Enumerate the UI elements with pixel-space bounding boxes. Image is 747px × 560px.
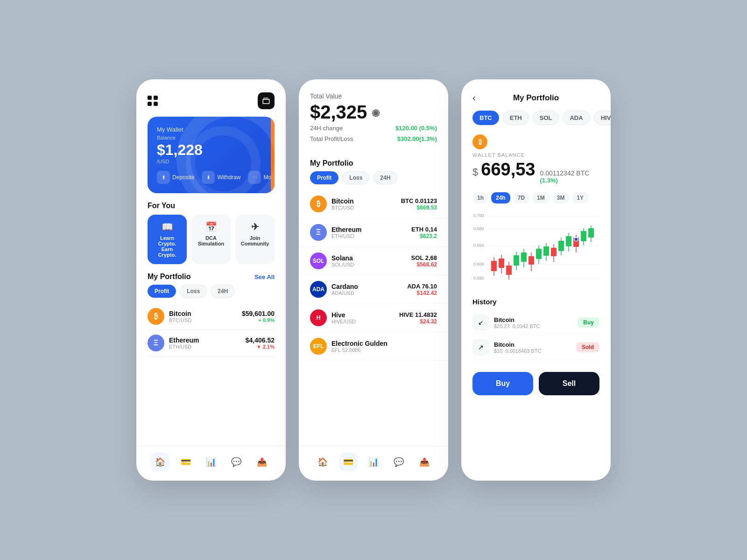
- svg-rect-13: [499, 259, 504, 268]
- wallet-amount: $1,228: [157, 141, 265, 159]
- crypto-pair: ETH/USD: [169, 344, 199, 350]
- history-section: History ↙ Bitcoin $20.27 0,0342 BTC Buy …: [461, 292, 611, 365]
- crypto-name: Bitcoin: [169, 310, 191, 317]
- svg-text:0.600: 0.600: [473, 262, 484, 266]
- table-row[interactable]: ₿ BitcoinBTC/USD BTC 0.01123 $669.53: [299, 190, 448, 218]
- sell-button[interactable]: Sell: [539, 372, 599, 395]
- crypto-list-s1: ₿ Bitcoin BTC/USD $59,601.00 + 0.9% Ξ Et…: [136, 303, 286, 446]
- tab-eth[interactable]: ETH: [503, 111, 529, 125]
- svg-rect-11: [491, 261, 497, 271]
- svg-rect-29: [558, 241, 564, 251]
- filter-profit-s2[interactable]: Profit: [310, 171, 338, 184]
- screen3-header: ‹ My Portfolio: [461, 79, 611, 111]
- filter-24h[interactable]: 24H: [211, 285, 235, 298]
- crypto-name: Ethereum: [169, 336, 199, 344]
- table-row[interactable]: SOL SolanaSOL/USD SOL 2,68 $568.62: [299, 247, 448, 275]
- history-btc-amount-2: $10 0.0018463 BTC: [494, 348, 542, 354]
- svg-rect-35: [581, 231, 586, 241]
- time-3m[interactable]: 3M: [552, 192, 570, 203]
- nav-share[interactable]: 📤: [253, 453, 271, 471]
- efl-logo: EFL: [310, 338, 327, 355]
- filter-loss-s2[interactable]: Loss: [342, 171, 369, 184]
- screen-1: My Wallet Balance $1,228 /USD ⬆ Deposite…: [136, 79, 286, 481]
- history-item-buy[interactable]: ↙ Bitcoin $20.27 0,0342 BTC Buy: [472, 310, 599, 335]
- nav-chart-s2[interactable]: 📊: [364, 453, 383, 471]
- time-24h[interactable]: 24h: [491, 192, 510, 203]
- pct-change: (1.3%): [540, 177, 589, 184]
- token-filter-tabs: BTC ETH SOL ADA HIVE E: [461, 111, 611, 131]
- svg-rect-27: [551, 248, 557, 256]
- svg-rect-37: [588, 228, 594, 238]
- svg-rect-31: [566, 236, 571, 246]
- time-1h[interactable]: 1h: [472, 192, 488, 203]
- for-you-title: For You: [136, 193, 286, 215]
- learn-crypto-card[interactable]: 📖 Learn Crypto. Earn Crypto.: [148, 215, 187, 264]
- for-you-cards: 📖 Learn Crypto. Earn Crypto. 📅 DCA Simul…: [136, 215, 286, 264]
- wallet-nav-button[interactable]: [258, 92, 275, 109]
- see-all-button[interactable]: See All: [254, 273, 275, 280]
- table-row[interactable]: ADA CardanoADA/USD ADA 76.10 $142.42: [299, 275, 448, 304]
- portfolio-header: My Portfolio See All: [136, 264, 286, 285]
- nav-wallet[interactable]: 💳: [176, 453, 195, 471]
- crypto-pair: BTC/USD: [169, 317, 191, 323]
- candlestick-chart: 0.700 0.680 0.650 0.600 0.580: [472, 208, 599, 292]
- tab-ada[interactable]: ADA: [563, 111, 590, 125]
- eye-icon[interactable]: ◉: [372, 107, 380, 118]
- sell-arrow-icon: ↗: [472, 339, 489, 356]
- wallet-balance-label: WALLET BALANCE: [472, 152, 599, 158]
- time-1y[interactable]: 1Y: [572, 192, 588, 203]
- wallet-card: My Wallet Balance $1,228 /USD ⬆ Deposite…: [148, 117, 275, 193]
- dca-simulation-card[interactable]: 📅 DCA Simulation: [191, 215, 231, 264]
- withdraw-button[interactable]: ⬇ Withdraw: [202, 171, 240, 184]
- tab-hive[interactable]: HIVE: [594, 111, 611, 125]
- filter-24h-s2[interactable]: 24H: [373, 171, 397, 184]
- nav-chart[interactable]: 📊: [202, 453, 220, 471]
- filter-loss[interactable]: Loss: [180, 285, 207, 298]
- portfolio-filter-tabs: Profit Loss 24H: [136, 285, 286, 303]
- buy-button[interactable]: Buy: [472, 372, 533, 395]
- crypto-change: + 0.9%: [242, 317, 275, 323]
- table-row[interactable]: Ξ Ethereum ETH/USD $4,406.52 ▼ 2.1%: [148, 330, 275, 357]
- nav-wallet-s2[interactable]: 💳: [339, 453, 358, 471]
- hive-logo: H: [310, 309, 327, 326]
- more-icon: ⋯: [248, 171, 261, 184]
- balance-label: Balance: [157, 135, 265, 140]
- table-row[interactable]: H HiveHIVE/USD HIVE 11.4832 $24.32: [299, 304, 448, 332]
- nav-home-s2[interactable]: 🏠: [313, 453, 332, 471]
- svg-point-38: [574, 238, 578, 241]
- table-row[interactable]: Ξ EthereumETH/USD ETH 0,14 $623.2: [299, 218, 448, 247]
- tab-btc[interactable]: BTC: [472, 111, 499, 125]
- table-row[interactable]: EFL Electronic GuldenEFL 52.0086: [299, 332, 448, 361]
- history-item-sold[interactable]: ↗ Bitcoin $10 0.0018463 BTC Sold: [472, 335, 599, 360]
- time-1m[interactable]: 1M: [532, 192, 550, 203]
- tab-sol[interactable]: SOL: [533, 111, 559, 125]
- svg-text:0.700: 0.700: [473, 213, 484, 218]
- deposit-icon: ⬆: [157, 171, 170, 184]
- btc-logo: ₿: [148, 308, 164, 325]
- nav-share-s2[interactable]: 📤: [415, 453, 434, 471]
- change-row: 24H change $120.00 (0.5%): [310, 123, 437, 133]
- crypto-list-s2: ₿ BitcoinBTC/USD BTC 0.01123 $669.53 Ξ E…: [299, 190, 448, 361]
- nav-messages[interactable]: 💬: [227, 453, 246, 471]
- grid-icon[interactable]: [148, 96, 158, 106]
- more-button[interactable]: ⋯ More: [248, 171, 275, 184]
- svg-rect-19: [521, 252, 527, 262]
- deposit-button[interactable]: ⬆ Deposite: [157, 171, 194, 184]
- back-button[interactable]: ‹: [472, 92, 486, 103]
- wallet-currency: /USD: [157, 159, 265, 164]
- filter-profit[interactable]: Profit: [148, 285, 176, 298]
- nav-messages-s2[interactable]: 💬: [389, 453, 408, 471]
- join-community-card[interactable]: ✈ Join Community: [235, 215, 275, 264]
- portfolio-title-s3: My Portfolio: [513, 93, 559, 103]
- history-btc-amount: $20.27 0,0342 BTC: [494, 323, 540, 329]
- nav-home[interactable]: 🏠: [151, 453, 169, 471]
- orange-accent: [271, 117, 275, 193]
- table-row[interactable]: ₿ Bitcoin BTC/USD $59,601.00 + 0.9%: [148, 303, 275, 330]
- screen-2: Total Value $2,325 ◉ 24H change $120.00 …: [299, 79, 448, 481]
- bottom-nav-s2: 🏠 💳 📊 💬 📤: [299, 446, 448, 481]
- eth-logo: Ξ: [310, 224, 327, 241]
- history-coin-name-2: Bitcoin: [494, 341, 542, 348]
- time-7d[interactable]: 7D: [513, 192, 529, 203]
- screen-3: ‹ My Portfolio BTC ETH SOL ADA HIVE E ₿ …: [461, 79, 611, 481]
- screen2-header: Total Value $2,325 ◉ 24H change $120.00 …: [299, 79, 448, 152]
